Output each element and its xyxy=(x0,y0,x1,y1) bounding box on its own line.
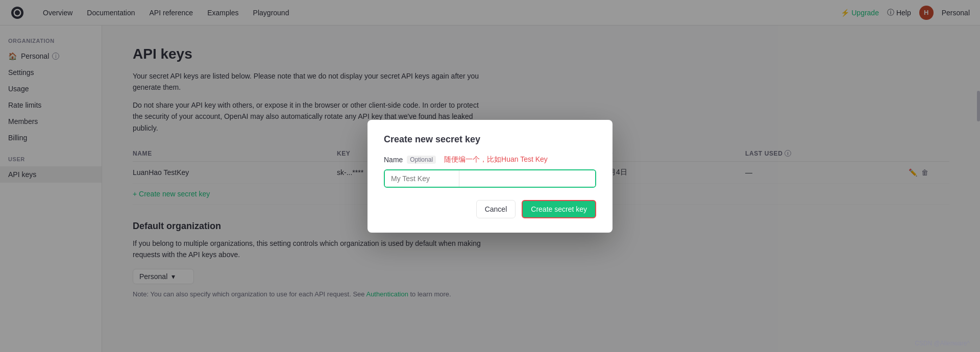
annotation-text: 随便编一个，比如Huan Test Key xyxy=(444,155,548,164)
modal-name-label: Name xyxy=(384,156,403,164)
optional-badge: Optional xyxy=(407,156,436,164)
key-name-input-right[interactable] xyxy=(459,170,595,187)
key-name-input-left[interactable] xyxy=(385,170,459,187)
create-secret-key-modal: Create new secret key Name Optional 随便编一… xyxy=(368,120,612,233)
modal-input-wrapper xyxy=(384,169,596,188)
modal-buttons: Cancel Create secret key xyxy=(384,200,596,218)
create-secret-key-button[interactable]: Create secret key xyxy=(522,200,596,218)
modal-overlay: Create new secret key Name Optional 随便编一… xyxy=(0,0,980,352)
cancel-button[interactable]: Cancel xyxy=(476,200,516,218)
modal-title: Create new secret key xyxy=(384,134,596,145)
modal-label-row: Name Optional 随便编一个，比如Huan Test Key xyxy=(384,155,596,164)
watermark: CSDN @Alienware^ xyxy=(915,340,970,347)
